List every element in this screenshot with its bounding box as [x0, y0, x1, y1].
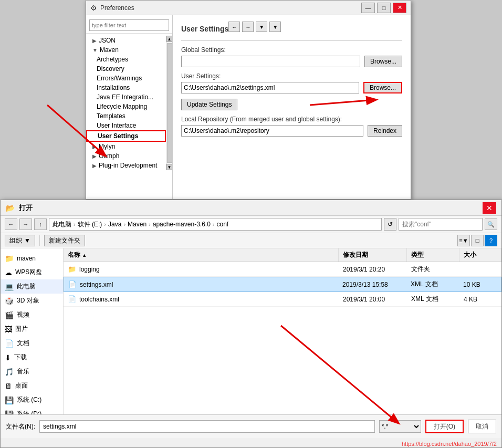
update-settings-section: Update Settings — [181, 99, 402, 110]
sep5: › — [213, 221, 215, 227]
file-row-settings[interactable]: 📄 settings.xml 2019/3/13 15:58 XML 文档 10… — [64, 277, 501, 292]
tree-item-maven[interactable]: ▼ Maven — [86, 45, 166, 55]
tree-item-templates[interactable]: Templates — [86, 111, 166, 121]
docs-icon: 📄 — [5, 339, 14, 348]
tree-item-json[interactable]: ▶ JSON — [86, 36, 166, 45]
tree-item-errors[interactable]: Errors/Warnings — [86, 74, 166, 83]
new-folder-label: 新建文件夹 — [49, 236, 80, 245]
filetype-select[interactable]: *.* — [379, 420, 421, 433]
up-btn[interactable]: ↑ — [34, 218, 47, 230]
forward-nav-btn[interactable]: → — [242, 22, 254, 32]
pictures-icon: 🖼 — [5, 325, 12, 334]
dropdown-nav-btn2[interactable]: ▼ — [269, 22, 281, 32]
reindex-btn[interactable]: Reindex — [368, 125, 402, 137]
tree-item-oomph[interactable]: ▶ Oomph — [86, 151, 166, 161]
organize-btn[interactable]: 组织 ▼ — [5, 235, 35, 246]
file-open-dialog: 📂 打开 ✕ ← → ↑ 此电脑 › 软件 (E:) › Java › Mave… — [0, 200, 502, 448]
sidebar-item-3d[interactable]: 🎲 3D 对象 — [1, 294, 63, 308]
back-nav-btn[interactable]: ← — [228, 22, 240, 32]
global-settings-label: Global Settings: — [181, 46, 402, 54]
col-date[interactable]: 修改日期 — [339, 248, 407, 262]
col-type[interactable]: 类型 — [407, 248, 459, 262]
file-date: 2019/3/1 20:20 — [339, 265, 407, 274]
sidebar-item-music[interactable]: 🎵 音乐 — [1, 364, 63, 379]
breadcrumb-maven[interactable]: Maven — [128, 221, 147, 228]
close-button[interactable]: ✕ — [393, 3, 406, 13]
tree-item-userinterface[interactable]: User Interface — [86, 121, 166, 130]
sidebar-item-video[interactable]: 🎬 视频 — [1, 308, 63, 322]
view-tile-btn[interactable]: □ — [471, 235, 484, 246]
view-detail-btn[interactable]: ≡▼ — [457, 235, 470, 246]
file-size: 4 KB — [459, 295, 501, 304]
breadcrumb-conf[interactable]: conf — [217, 221, 229, 228]
user-settings-row: Browse... — [181, 82, 402, 93]
watermark: https://blog.csdn.net/dahao_2019/7/2 — [402, 441, 497, 447]
browse-global-btn[interactable]: Browse... — [364, 56, 402, 67]
file-dialog-titlebar: 📂 打开 ✕ — [1, 200, 501, 216]
file-name: logging — [79, 266, 100, 273]
search-input[interactable] — [399, 218, 483, 231]
scroll-up[interactable]: ▲ — [166, 36, 173, 42]
maximize-button[interactable]: □ — [377, 3, 391, 13]
xml-icon2: 📄 — [68, 295, 76, 303]
filter-input[interactable] — [89, 19, 169, 31]
minimize-button[interactable]: — — [361, 3, 375, 13]
sidebar-item-pc[interactable]: 💻 此电脑 — [1, 279, 63, 294]
tree-item-usersettings[interactable]: User Settings — [86, 130, 166, 142]
forward-btn[interactable]: → — [19, 218, 32, 230]
file-name: toolchains.xml — [79, 296, 119, 303]
back-btn[interactable]: ← — [5, 218, 17, 230]
sep2: › — [104, 221, 106, 227]
desktop-icon: 🖥 — [5, 382, 12, 390]
file-row-toolchains[interactable]: 📄 toolchains.xml 2019/3/1 20:00 XML 文档 4… — [64, 292, 501, 307]
browse-user-btn[interactable]: Browse... — [363, 82, 402, 93]
settings-title: User Settings — [181, 25, 228, 33]
preferences-titlebar: ⚙ Preferences — □ ✕ — [86, 1, 411, 15]
update-settings-btn[interactable]: Update Settings — [181, 99, 237, 110]
open-button[interactable]: 打开(O) — [425, 420, 464, 433]
tree-item-archetypes[interactable]: Archetypes — [86, 55, 166, 64]
sidebar-item-desktop[interactable]: 🖥 桌面 — [1, 379, 63, 393]
toolbar-sep1 — [39, 235, 40, 246]
local-repo-input[interactable] — [181, 125, 363, 137]
disk-c-icon: 💾 — [5, 396, 14, 404]
scroll-thumb[interactable] — [167, 43, 172, 163]
col-size[interactable]: 大小 — [459, 248, 501, 262]
breadcrumb-pc[interactable]: 此电脑 — [53, 220, 71, 229]
tree-item-plugindev[interactable]: ▶ Plug-in Development — [86, 161, 166, 170]
scroll-down[interactable]: ▼ — [166, 164, 173, 170]
sidebar-item-wps[interactable]: ☁ WPS网盘 — [1, 265, 63, 279]
breadcrumb-apache[interactable]: apache-maven-3.6.0 — [153, 221, 211, 228]
new-folder-btn[interactable]: 新建文件夹 — [44, 235, 85, 246]
sidebar-item-pictures[interactable]: 🖼 图片 — [1, 322, 63, 336]
tree-item-javaee[interactable]: Java EE Integratio... — [86, 92, 166, 102]
cancel-button[interactable]: 取消 — [468, 420, 496, 433]
col-name[interactable]: 名称 ▲ — [64, 248, 339, 262]
preferences-body: ▶ JSON ▼ Maven Archetypes Discovery Erro — [86, 15, 411, 199]
filename-input[interactable] — [39, 420, 375, 433]
sidebar-item-docs[interactable]: 📄 文档 — [1, 336, 63, 350]
refresh-btn[interactable]: ↺ — [384, 218, 396, 231]
sidebar-item-maven[interactable]: 📁 maven — [1, 252, 63, 265]
tree-item-mylyn[interactable]: ▶ Mylyn — [86, 142, 166, 151]
file-size — [459, 268, 501, 270]
sidebar-item-d[interactable]: 💾 系统 (D:) — [1, 407, 63, 414]
tree-item-lifecycle[interactable]: Lifecycle Mapping — [86, 102, 166, 111]
file-row-logging[interactable]: 📁 logging 2019/3/1 20:20 文件夹 — [64, 262, 501, 277]
help-btn[interactable]: ? — [485, 235, 497, 246]
breadcrumb-drive[interactable]: 软件 (E:) — [78, 220, 102, 229]
sidebar-item-downloads[interactable]: ⬇ 下载 — [1, 350, 63, 364]
sidebar-item-c[interactable]: 💾 系统 (C:) — [1, 393, 63, 407]
dropdown-nav-btn[interactable]: ▼ — [256, 22, 267, 32]
tree-item-discovery[interactable]: Discovery — [86, 64, 166, 74]
global-settings-input[interactable] — [181, 56, 360, 67]
search-btn[interactable]: 🔍 — [485, 218, 497, 230]
file-dialog-close[interactable]: ✕ — [483, 202, 496, 214]
sep3: › — [123, 221, 125, 227]
3d-icon: 🎲 — [5, 297, 14, 305]
file-type: XML 文档 — [407, 294, 459, 305]
tree-item-installations[interactable]: Installations — [86, 83, 166, 92]
user-settings-input[interactable] — [181, 82, 359, 93]
breadcrumb-java[interactable]: Java — [108, 221, 121, 228]
music-icon: 🎵 — [5, 368, 14, 376]
